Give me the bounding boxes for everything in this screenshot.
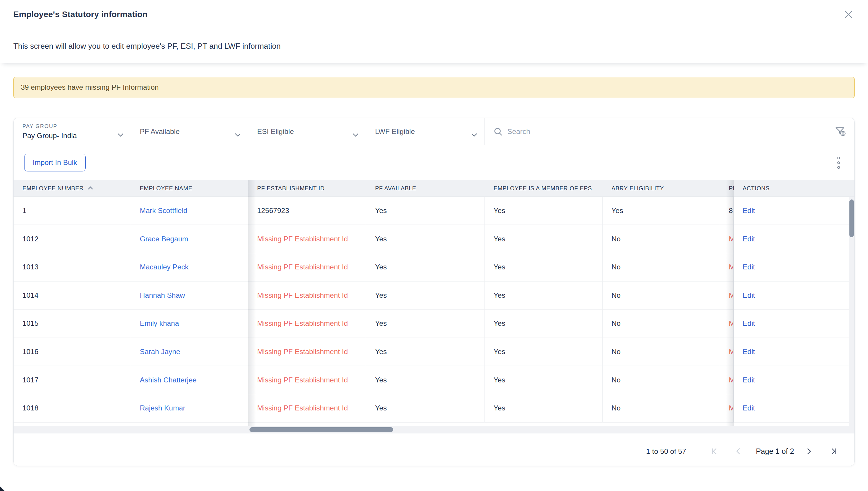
employee-name-cell: Hannah Shaw [131,282,249,310]
search-box [485,118,855,145]
table-row: 1015 Emily khana Missing PF Establishmen… [13,310,855,338]
esi-eligible-placeholder: ESI Eligible [257,127,349,136]
vertical-scrollbar[interactable] [849,197,855,426]
pf-establishment-id-cell: 12567923 [248,197,366,225]
sort-asc-icon [88,186,93,190]
eps-member-cell: Yes [485,310,603,338]
pf-available-cell: Yes [366,197,484,225]
actions-cell: Edit [734,310,849,338]
eps-member-cell: Yes [485,282,603,310]
edit-link[interactable]: Edit [743,376,755,384]
pagination-range: 1 to 50 of 57 [646,447,686,456]
table-row: 1014 Hannah Shaw Missing PF Establishmen… [13,282,855,310]
horizontal-scrollbar[interactable] [13,426,855,433]
employee-number-cell: 1017 [13,366,131,394]
pf-clipped-cell: M [720,394,734,423]
abry-eligibility-cell: Yes [603,197,720,225]
pf-clipped-cell: M [720,253,734,282]
pay-group-dropdown[interactable]: PAY GROUP Pay Group- India [13,118,131,145]
esi-eligible-dropdown[interactable]: ESI Eligible [248,118,366,145]
column-header-pf-clipped[interactable]: PF [720,180,734,197]
column-header-employee-name[interactable]: EMPLOYEE NAME [131,180,249,197]
edit-link[interactable]: Edit [743,319,755,327]
employee-name-link[interactable]: Macauley Peck [140,263,189,271]
column-header-abry-eligibility[interactable]: ABRY ELIGIBILITY [603,180,720,197]
close-icon[interactable] [843,9,855,20]
actions-cell: Edit [734,338,849,366]
column-header-label: EMPLOYEE IS A MEMBER OF EPS [494,185,592,192]
last-page-icon[interactable] [829,446,839,457]
abry-eligibility-cell: No [603,338,720,366]
pf-available-placeholder: PF Available [140,127,231,136]
pf-establishment-id-cell: Missing PF Establishment Id [248,366,366,394]
pf-establishment-id-cell: Missing PF Establishment Id [248,282,366,310]
lwf-eligible-placeholder: LWF Eligible [375,127,468,136]
warning-text: 39 employees have missing PF Information [21,83,159,91]
employee-name-link[interactable]: Sarah Jayne [140,348,180,356]
statutory-info-modal: Employee's Statutory information This sc… [0,0,868,491]
table-row: 1016 Sarah Jayne Missing PF Establishmen… [13,338,855,366]
edit-link[interactable]: Edit [743,291,755,299]
chevron-down-icon [471,129,477,139]
table-toolbar: Import In Bulk [13,145,855,180]
abry-eligibility-cell: No [603,282,720,310]
next-page-icon[interactable] [804,446,814,457]
employee-name-link[interactable]: Mark Scottfield [140,206,188,215]
first-page-icon[interactable] [709,446,720,457]
missing-pf-warning-banner: 39 employees have missing PF Information [13,77,855,98]
pf-establishment-id-cell: Missing PF Establishment Id [248,310,366,338]
pf-establishment-id-cell: Missing PF Establishment Id [248,338,366,366]
employee-name-cell: Emily khana [131,310,249,338]
more-options-icon[interactable] [835,154,842,171]
pagination-page-label: Page 1 of 2 [756,447,794,456]
edit-link[interactable]: Edit [743,404,755,412]
employee-name-link[interactable]: Ashish Chatterjee [140,376,197,384]
column-header-pf-establishment-id[interactable]: PF ESTABLISHMENT ID [248,180,366,197]
edit-link[interactable]: Edit [743,263,755,271]
table-row: 1013 Macauley Peck Missing PF Establishm… [13,253,855,282]
import-in-bulk-button[interactable]: Import In Bulk [24,154,86,171]
edit-link[interactable]: Edit [743,206,755,215]
pf-establishment-id-cell: Missing PF Establishment Id [248,225,366,253]
actions-cell: Edit [734,282,849,310]
vertical-scrollbar-thumb[interactable] [849,200,854,237]
chevron-down-icon [353,129,359,139]
column-header-label: PF ESTABLISHMENT ID [257,185,325,192]
pf-available-cell: Yes [366,366,484,394]
employee-name-cell: Sarah Jayne [131,338,249,366]
pagination-bar: 1 to 50 of 57 Page 1 of 2 [13,437,855,466]
abry-eligibility-cell: No [603,394,720,423]
filter-bar: PAY GROUP Pay Group- India PF Available … [13,118,855,145]
horizontal-scrollbar-thumb[interactable] [250,427,394,432]
actions-cell: Edit [734,253,849,282]
pf-establishment-id-cell: Missing PF Establishment Id [248,253,366,282]
edit-link[interactable]: Edit [743,348,755,356]
employee-name-link[interactable]: Hannah Shaw [140,291,185,299]
employee-number-cell: 1016 [13,338,131,366]
employee-name-link[interactable]: Grace Begaum [140,235,188,243]
column-header-eps-member[interactable]: EMPLOYEE IS A MEMBER OF EPS [485,180,603,197]
column-header-label: EMPLOYEE NUMBER [23,185,84,192]
clear-filter-icon[interactable] [835,126,846,137]
employee-number-cell: 1018 [13,394,131,423]
search-input[interactable] [507,127,830,136]
previous-page-icon[interactable] [733,446,743,457]
abry-eligibility-cell: No [603,253,720,282]
column-header-employee-number[interactable]: EMPLOYEE NUMBER [13,180,131,197]
eps-member-cell: Yes [485,338,603,366]
employee-name-link[interactable]: Rajesh Kumar [140,404,186,412]
pagination-spacer [13,433,855,437]
column-header-label: PF [729,185,734,192]
employee-name-link[interactable]: Emily khana [140,319,179,327]
table-header-row: EMPLOYEE NUMBER EMPLOYEE NAME PF ESTABLI… [13,180,855,197]
column-header-pf-available[interactable]: PF AVAILABLE [366,180,484,197]
employee-number-cell: 1013 [13,253,131,282]
lwf-eligible-dropdown[interactable]: LWF Eligible [366,118,484,145]
pf-available-cell: Yes [366,338,484,366]
table-body: 1 Mark Scottfield 12567923 Yes Yes Yes 8… [13,197,855,423]
pf-available-dropdown[interactable]: PF Available [131,118,249,145]
column-header-label: ACTIONS [743,185,769,192]
employee-number-cell: 1015 [13,310,131,338]
edit-link[interactable]: Edit [743,235,755,243]
pf-clipped-cell: M [720,282,734,310]
